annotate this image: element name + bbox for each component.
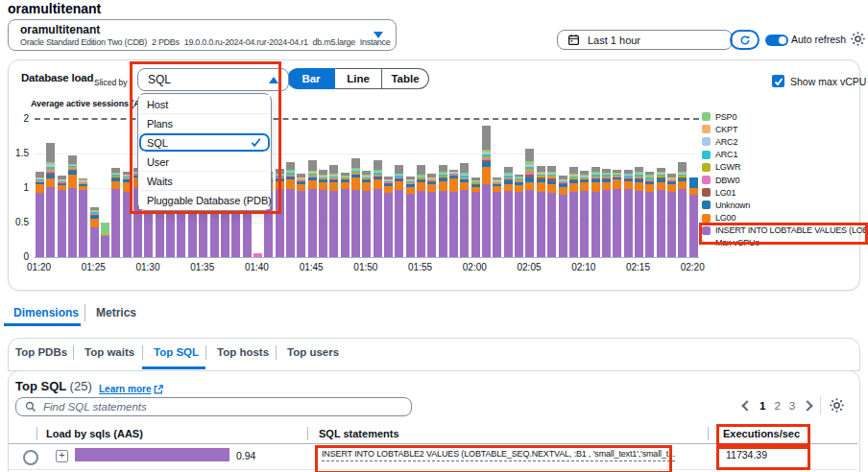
load-bar[interactable] xyxy=(427,174,436,257)
load-bar[interactable] xyxy=(613,170,621,257)
load-bar[interactable] xyxy=(678,162,687,257)
legend-item[interactable]: INSERT INTO LOBTABLE VALUES (LOBTAB xyxy=(702,224,868,237)
load-bar[interactable] xyxy=(569,167,578,257)
row-sql-statement[interactable]: INSERT INTO LOBTABLE2 VALUES (LOBTABLE_S… xyxy=(322,449,675,461)
load-bar[interactable] xyxy=(504,167,513,257)
load-bar[interactable] xyxy=(602,169,611,257)
instance-selector[interactable]: oramultitenant Oracle Standard Edition T… xyxy=(8,19,397,51)
settings-gear-icon[interactable] xyxy=(851,32,865,50)
legend-item[interactable]: LG01 xyxy=(702,186,868,199)
legend-item[interactable]: ARC1 xyxy=(702,149,868,161)
load-bar[interactable] xyxy=(374,160,382,257)
dropdown-option-user[interactable]: User xyxy=(139,153,270,172)
load-bar[interactable] xyxy=(329,165,338,257)
table-settings-gear-icon[interactable] xyxy=(830,398,844,414)
load-bar[interactable] xyxy=(395,165,403,257)
dropdown-option-pluggable-database-pdb-[interactable]: Pluggable Database (PDB) xyxy=(139,191,270,209)
load-bar[interactable] xyxy=(308,160,317,257)
dropdown-option-plans[interactable]: Plans xyxy=(139,114,270,133)
auto-refresh-toggle[interactable] xyxy=(765,35,788,46)
chart-type-line[interactable]: Line xyxy=(335,68,382,89)
legend-item[interactable]: ARC2 xyxy=(702,135,868,148)
column-divider xyxy=(708,427,709,440)
tab-dimensions[interactable]: Dimensions xyxy=(13,306,79,319)
load-bar[interactable] xyxy=(417,165,425,257)
chart-type-table[interactable]: Table xyxy=(382,68,429,89)
load-bar[interactable] xyxy=(547,166,556,257)
load-bar[interactable] xyxy=(341,173,350,257)
legend-item[interactable]: CKPT xyxy=(702,123,868,135)
load-bar[interactable] xyxy=(406,177,415,257)
legend-item[interactable]: Unknown xyxy=(702,199,868,211)
slice-dropdown[interactable]: SQL xyxy=(137,68,289,91)
legend-item[interactable]: LG00 xyxy=(702,212,868,224)
previous-page-button[interactable] xyxy=(741,400,752,411)
load-bar[interactable] xyxy=(515,175,523,257)
search-input[interactable]: Find SQL statements xyxy=(15,397,412,416)
load-bar[interactable] xyxy=(101,223,109,257)
load-bar[interactable] xyxy=(46,143,55,257)
x-tick-label: 01:50 xyxy=(353,262,377,272)
load-bar[interactable] xyxy=(580,171,589,257)
page-2-button[interactable]: 2 xyxy=(774,400,780,412)
load-bar[interactable] xyxy=(537,166,545,257)
load-bar[interactable] xyxy=(253,253,262,257)
load-bar[interactable] xyxy=(286,162,295,257)
load-bar[interactable] xyxy=(471,177,480,257)
tab-top-users[interactable]: Top users xyxy=(287,346,339,358)
load-bar[interactable] xyxy=(351,158,360,257)
load-bar[interactable] xyxy=(68,155,77,257)
tab-metrics[interactable]: Metrics xyxy=(96,306,136,319)
show-max-vcpu-checkbox[interactable]: Show max vCPU xyxy=(772,75,866,87)
load-bar[interactable] xyxy=(79,178,87,257)
load-bar[interactable] xyxy=(123,172,132,257)
load-bar[interactable] xyxy=(460,163,469,257)
dropdown-option-waits[interactable]: Waits xyxy=(139,172,270,191)
load-bar[interactable] xyxy=(319,170,327,257)
legend-item[interactable]: PSP0 xyxy=(702,110,868,123)
tab-top-hosts[interactable]: Top hosts xyxy=(217,346,269,358)
load-bar[interactable] xyxy=(482,126,491,257)
row-radio-button[interactable] xyxy=(23,450,38,465)
tab-top-sql[interactable]: Top SQL xyxy=(154,346,199,358)
tab-top-pdbs[interactable]: Top PDBs xyxy=(15,346,67,358)
load-bar[interactable] xyxy=(591,167,600,257)
legend-item[interactable]: DBW0 xyxy=(702,174,868,186)
load-bar[interactable] xyxy=(111,168,120,257)
instance-detail: Oracle Standard Edition Two (CDB) xyxy=(20,37,147,47)
load-bar[interactable] xyxy=(493,177,501,257)
load-bar[interactable] xyxy=(645,172,654,257)
load-bar[interactable] xyxy=(667,174,676,257)
dropdown-option-host[interactable]: Host xyxy=(139,95,270,114)
load-bar[interactable] xyxy=(276,169,284,257)
load-bar[interactable] xyxy=(384,177,393,257)
legend-item-max-vcpus[interactable]: Max vCPUs xyxy=(702,237,868,249)
page-1-button[interactable]: 1 xyxy=(760,400,765,412)
learn-more-link[interactable]: Learn more xyxy=(99,384,163,394)
load-bar[interactable] xyxy=(449,170,458,257)
x-tick-label: 01:35 xyxy=(190,262,214,272)
dropdown-option-sql[interactable]: SQL xyxy=(139,133,270,153)
load-bar[interactable] xyxy=(362,171,371,257)
legend-color-swatch xyxy=(702,201,711,209)
load-bar[interactable] xyxy=(559,176,567,257)
load-bar[interactable] xyxy=(297,174,305,257)
legend-item[interactable]: LGWR xyxy=(702,161,868,174)
load-bar[interactable] xyxy=(36,172,44,257)
refresh-button[interactable] xyxy=(730,30,760,50)
page-3-button[interactable]: 3 xyxy=(789,400,795,412)
chart-type-bar[interactable]: Bar xyxy=(287,68,335,89)
load-bar[interactable] xyxy=(58,176,66,257)
load-bar[interactable] xyxy=(90,207,99,257)
load-bar[interactable] xyxy=(635,167,643,257)
y-tick-label: 1 xyxy=(6,182,29,193)
tab-top-waits[interactable]: Top waits xyxy=(84,346,134,358)
load-bar[interactable] xyxy=(624,170,633,257)
expand-row-icon[interactable] xyxy=(56,450,68,462)
load-bar[interactable] xyxy=(525,149,534,257)
time-range-button[interactable]: Last 1 hour xyxy=(557,30,733,50)
load-bar[interactable] xyxy=(657,168,665,257)
next-page-button[interactable] xyxy=(803,400,813,411)
load-bar[interactable] xyxy=(689,177,698,257)
load-bar[interactable] xyxy=(439,165,447,257)
